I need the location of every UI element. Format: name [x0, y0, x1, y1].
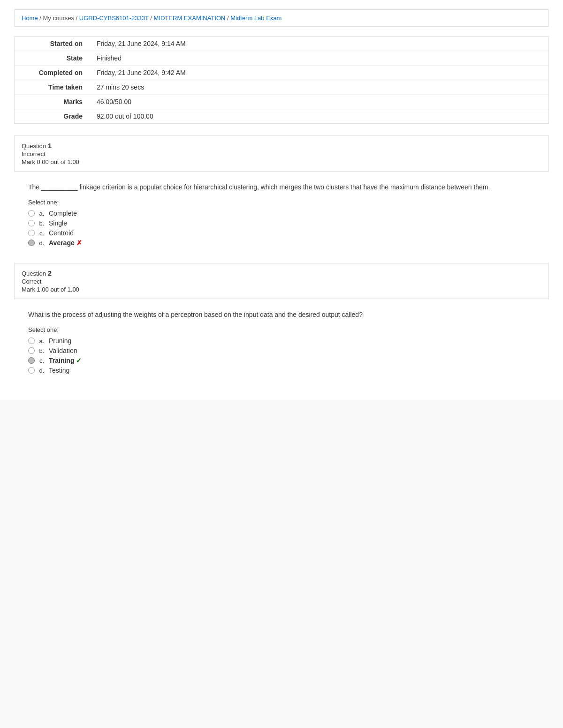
option-letter-q2-d: d. — [38, 367, 45, 374]
summary-value-completed: Friday, 21 June 2024, 9:42 AM — [90, 66, 548, 80]
summary-row-completed: Completed on Friday, 21 June 2024, 9:42 … — [15, 66, 548, 80]
option-text-q1-d: Average — [49, 239, 75, 247]
option-letter-q2-b: b. — [38, 347, 45, 354]
option-letter-q1-a: a. — [38, 210, 45, 217]
option-text-q2-a: Pruning — [49, 337, 71, 345]
summary-label-completed: Completed on — [15, 66, 90, 80]
summary-label-state: State — [15, 51, 90, 66]
summary-row-started: Started on Friday, 21 June 2024, 9:14 AM — [15, 37, 548, 51]
summary-value-started: Friday, 21 June 2024, 9:14 AM — [90, 37, 548, 51]
question-2-content: What is the process of adjusting the wei… — [14, 301, 549, 386]
option-text-q1-c: Centroid — [49, 229, 74, 237]
radio-q1-b[interactable] — [28, 220, 35, 226]
question-1-options: a. Complete b. Single c. Centroid d. Ave… — [28, 210, 535, 247]
question-2-status: Correct — [22, 278, 541, 285]
question-2-mark: Mark 1.00 out of 1.00 — [22, 286, 541, 293]
summary-label-marks: Marks — [15, 95, 90, 109]
question-2-option-a[interactable]: a. Pruning — [28, 337, 535, 345]
question-1-mark: Mark 0.00 out of 1.00 — [22, 158, 541, 165]
question-1-select-label: Select one: — [28, 199, 535, 206]
question-2-option-b[interactable]: b. Validation — [28, 347, 535, 354]
option-letter-q2-a: a. — [38, 338, 45, 345]
breadcrumb-separator-1: / My courses / — [39, 15, 79, 22]
question-2-option-d[interactable]: d. Testing — [28, 367, 535, 374]
summary-row-marks: Marks 46.00/50.00 — [15, 95, 548, 109]
question-1-option-d[interactable]: d. Average ✗ — [28, 239, 535, 247]
radio-q1-a[interactable] — [28, 210, 35, 217]
question-2-option-c[interactable]: c. Training ✓ — [28, 357, 535, 364]
radio-q2-c[interactable] — [28, 357, 35, 364]
question-1-text: The __________ linkage criterion is a po… — [28, 182, 535, 192]
breadcrumb: Home / My courses / UGRD-CYBS6101-2333T … — [14, 9, 549, 27]
radio-q1-c[interactable] — [28, 230, 35, 236]
question-1-option-c[interactable]: c. Centroid — [28, 229, 535, 237]
breadcrumb-separator-2: / — [150, 15, 153, 22]
question-2-text: What is the process of adjusting the wei… — [28, 310, 535, 320]
summary-box: Started on Friday, 21 June 2024, 9:14 AM… — [14, 36, 549, 124]
question-1-header: Question 1 — [22, 142, 541, 150]
option-letter-q1-d: d. — [38, 240, 45, 247]
radio-q2-a[interactable] — [28, 338, 35, 344]
option-text-q1-a: Complete — [49, 210, 77, 217]
option-text-q1-b: Single — [49, 219, 67, 227]
summary-table: Started on Friday, 21 June 2024, 9:14 AM… — [15, 37, 548, 123]
question-1-number: 1 — [48, 142, 52, 150]
summary-label-grade: Grade — [15, 109, 90, 124]
question-2-header: Question 2 — [22, 269, 541, 277]
option-letter-q1-b: b. — [38, 220, 45, 227]
option-letter-q1-c: c. — [38, 230, 45, 237]
radio-q2-d[interactable] — [28, 367, 35, 374]
question-2-options: a. Pruning b. Validation c. Training ✓ d… — [28, 337, 535, 374]
question-1-option-a[interactable]: a. Complete — [28, 210, 535, 217]
radio-q2-b[interactable] — [28, 347, 35, 354]
option-text-q2-c: Training — [49, 357, 74, 364]
question-1-label: Question — [22, 143, 48, 150]
breadcrumb-course[interactable]: UGRD-CYBS6101-2333T — [79, 15, 149, 22]
breadcrumb-home[interactable]: Home — [22, 15, 38, 22]
summary-value-state: Finished — [90, 51, 548, 66]
radio-q1-d[interactable] — [28, 240, 35, 246]
summary-row-time: Time taken 27 mins 20 secs — [15, 80, 548, 95]
summary-value-time: 27 mins 20 secs — [90, 80, 548, 95]
summary-value-grade: 92.00 out of 100.00 — [90, 109, 548, 124]
question-1-content: The __________ linkage criterion is a po… — [14, 174, 549, 258]
question-2-label: Question — [22, 270, 48, 277]
breadcrumb-lab[interactable]: Midterm Lab Exam — [230, 15, 282, 22]
correct-mark-q2: ✓ — [76, 357, 82, 364]
summary-label-started: Started on — [15, 37, 90, 51]
option-text-q2-d: Testing — [49, 367, 69, 374]
summary-row-state: State Finished — [15, 51, 548, 66]
option-text-q2-b: Validation — [49, 347, 77, 354]
question-2-number: 2 — [48, 269, 52, 277]
question-2-block: Question 2 Correct Mark 1.00 out of 1.00 — [14, 263, 549, 299]
question-2-select-label: Select one: — [28, 326, 535, 333]
wrong-mark-q1: ✗ — [76, 239, 82, 247]
question-1-option-b[interactable]: b. Single — [28, 219, 535, 227]
breadcrumb-exam[interactable]: MIDTERM EXAMINATION — [154, 15, 226, 22]
question-1-block: Question 1 Incorrect Mark 0.00 out of 1.… — [14, 135, 549, 172]
summary-row-grade: Grade 92.00 out of 100.00 — [15, 109, 548, 124]
summary-label-time: Time taken — [15, 80, 90, 95]
question-1-status: Incorrect — [22, 150, 541, 158]
option-letter-q2-c: c. — [38, 357, 45, 364]
summary-value-marks: 46.00/50.00 — [90, 95, 548, 109]
